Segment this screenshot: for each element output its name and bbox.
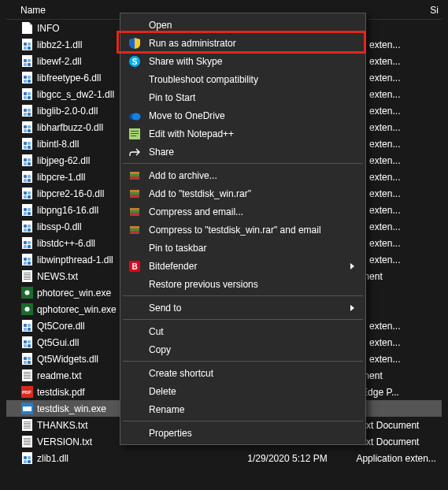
file-type: on exten... <box>356 139 442 150</box>
svg-rect-21 <box>130 195 139 198</box>
file-name: photorec_win.exe <box>37 288 111 299</box>
application-icon <box>20 287 33 299</box>
menu-item-move-to-onedrive[interactable]: Move to OneDrive <box>122 106 364 124</box>
menu-item-share-with-skype[interactable]: SShare with Skype <box>122 52 364 70</box>
file-name: Qt5Widgets.dll <box>37 354 98 365</box>
file-name: qphotorec_win.exe <box>37 304 117 315</box>
svg-rect-23 <box>130 208 139 210</box>
file-name: Qt5Core.dll <box>37 321 85 332</box>
dll-icon <box>20 39 33 51</box>
pdf-icon <box>20 386 33 399</box>
text-file-icon <box>20 369 33 382</box>
file-type: on exten... <box>356 122 442 133</box>
menu-item-compress-and-email[interactable]: Compress and email... <box>122 202 364 221</box>
menu-item-label: Pin to Start <box>149 92 340 103</box>
file-type: on exten... <box>356 238 442 249</box>
menu-item-label: Create shortcut <box>149 368 340 379</box>
menu-item-add-to-archive[interactable]: Add to archive... <box>122 166 364 184</box>
blank-icon <box>127 302 143 314</box>
file-date: 1/29/2020 5:12 PM <box>247 453 356 464</box>
menu-item-pin-to-taskbar[interactable]: Pin to taskbar <box>122 239 364 257</box>
menu-item-troubleshoot-compatibility[interactable]: Troubleshoot compatibility <box>122 70 364 88</box>
file-type: on exten... <box>356 354 442 365</box>
file-type: on exten... <box>356 89 442 100</box>
file-type: on exten... <box>356 72 442 84</box>
menu-item-send-to[interactable]: Send to <box>122 299 364 317</box>
dll-icon <box>20 72 33 84</box>
svg-rect-15 <box>130 172 139 174</box>
onedrive-icon <box>127 110 143 122</box>
application-icon <box>20 303 33 316</box>
notepadpp-icon <box>127 128 143 140</box>
menu-separator <box>123 421 363 421</box>
file-name: NEWS.txt <box>37 271 78 282</box>
menu-item-restore-previous-versions[interactable]: Restore previous versions <box>122 275 364 293</box>
svg-rect-19 <box>130 190 139 192</box>
menu-separator <box>123 295 363 296</box>
dll-icon <box>20 55 33 68</box>
svg-rect-27 <box>130 226 139 228</box>
column-header-size[interactable]: Si <box>430 5 442 16</box>
menu-item-edit-with-notepad[interactable]: Edit with Notepad++ <box>122 124 364 143</box>
file-type: on exten... <box>356 205 442 216</box>
winrar-icon <box>127 187 143 200</box>
menu-item-add-to-testdisk-win-rar[interactable]: Add to "testdisk_win.rar" <box>122 184 364 202</box>
file-type: Text Document <box>356 436 442 447</box>
file-type: on exten... <box>356 39 442 50</box>
text-file-icon <box>20 419 33 432</box>
menu-item-rename[interactable]: Rename <box>122 400 364 418</box>
file-name: VERSION.txt <box>37 436 92 447</box>
dll-icon <box>20 221 33 233</box>
dll-icon <box>20 105 33 117</box>
dll-icon <box>20 336 33 349</box>
menu-item-cut[interactable]: Cut <box>122 322 364 340</box>
skype-icon: S <box>127 55 143 68</box>
menu-item-label: Run as administrator <box>149 38 340 49</box>
file-name: libjpeg-62.dll <box>37 155 90 166</box>
file-name: libfreetype-6.dll <box>37 72 101 84</box>
menu-item-label: Open <box>149 20 340 31</box>
menu-item-label: Add to "testdisk_win.rar" <box>149 188 340 199</box>
menu-item-share[interactable]: Share <box>122 143 364 161</box>
menu-item-label: Troubleshoot compatibility <box>149 74 340 85</box>
menu-item-run-as-administrator[interactable]: Run as administrator <box>122 34 364 52</box>
menu-item-create-shortcut[interactable]: Create shortcut <box>122 364 364 382</box>
submenu-arrow-icon <box>350 263 354 269</box>
file-type: on <box>356 304 442 315</box>
file-row[interactable]: zlib1.dll1/29/2020 5:12 PMApplication ex… <box>6 450 442 466</box>
menu-item-label: Add to archive... <box>149 170 340 181</box>
menu-item-label: Restore previous versions <box>149 279 340 290</box>
file-name: libssp-0.dll <box>37 221 82 232</box>
menu-item-delete[interactable]: Delete <box>122 382 364 400</box>
menu-item-properties[interactable]: Properties <box>122 424 364 442</box>
file-name: testdisk_win.exe <box>37 403 106 414</box>
blank-icon <box>127 91 143 104</box>
share-icon <box>127 146 143 158</box>
svg-text:S: S <box>132 58 138 66</box>
dll-icon <box>20 204 33 217</box>
file-type: ument <box>356 271 442 282</box>
blank-icon <box>127 343 143 356</box>
menu-item-open[interactable]: Open <box>122 16 364 34</box>
menu-item-label: Edit with Notepad++ <box>149 128 340 139</box>
menu-item-pin-to-start[interactable]: Pin to Start <box>122 88 364 106</box>
svg-text:B: B <box>131 262 137 271</box>
menu-item-bitdefender[interactable]: BBitdefender <box>122 257 364 275</box>
dll-icon <box>20 237 33 250</box>
file-type: on exten... <box>356 188 442 199</box>
file-type: on exten... <box>356 337 442 348</box>
menu-item-label: Move to OneDrive <box>149 110 340 121</box>
dll-icon <box>20 171 33 184</box>
file-name: THANKS.txt <box>37 420 88 431</box>
file-name: libpcre-1.dll <box>37 172 85 183</box>
blank-icon <box>127 73 143 86</box>
menu-item-compress-to-testdisk-win-rar-and-email[interactable]: Compress to "testdisk_win.rar" and email <box>122 221 364 239</box>
menu-item-copy[interactable]: Copy <box>122 340 364 358</box>
bitdefender-icon: B <box>127 260 143 273</box>
menu-separator <box>123 319 363 320</box>
menu-item-label: Bitdefender <box>149 261 340 272</box>
submenu-arrow-icon <box>350 305 354 311</box>
dll-icon <box>20 254 33 266</box>
blank-icon <box>127 367 143 380</box>
file-name: libgcc_s_dw2-1.dll <box>37 89 114 100</box>
